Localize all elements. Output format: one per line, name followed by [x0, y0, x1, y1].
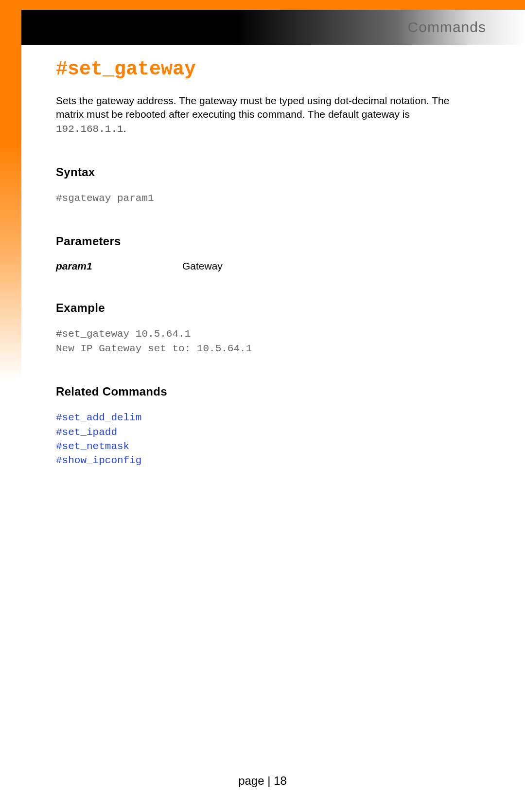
syntax-text: #sgateway param1	[56, 191, 455, 205]
example-heading: Example	[56, 301, 455, 315]
related-link[interactable]: #show_ipconfig	[56, 453, 455, 468]
related-link[interactable]: #set_netmask	[56, 439, 455, 453]
related-link[interactable]: #set_add_delim	[56, 411, 455, 425]
description-text: Sets the gateway address. The gateway mu…	[56, 95, 449, 120]
related-commands-heading: Related Commands	[56, 385, 455, 398]
parameter-row: param1 Gateway	[56, 260, 455, 272]
parameters-heading: Parameters	[56, 235, 455, 248]
left-sidebar: Advanced Operation	[0, 10, 21, 379]
parameter-description: Gateway	[182, 260, 223, 272]
related-link[interactable]: #set_ipadd	[56, 425, 455, 439]
syntax-heading: Syntax	[56, 165, 455, 179]
header-bar: Commands	[0, 10, 525, 45]
page-footer: page | 18	[0, 774, 525, 788]
related-commands-list: #set_add_delim #set_ipadd #set_netmask #…	[56, 411, 455, 468]
default-gateway-value: 192.168.1.1	[56, 124, 123, 135]
example-text: #set_gateway 10.5.64.1 New IP Gateway se…	[56, 327, 455, 356]
description-suffix: .	[123, 123, 126, 134]
header-title: Commands	[408, 19, 486, 36]
page-number: 18	[274, 774, 287, 787]
page-content: #set_gateway Sets the gateway address. T…	[56, 58, 455, 468]
parameter-name: param1	[56, 260, 182, 272]
command-title: #set_gateway	[56, 58, 455, 80]
page-label: page |	[238, 774, 274, 787]
top-accent-strip	[0, 0, 525, 10]
command-description: Sets the gateway address. The gateway mu…	[56, 94, 455, 136]
